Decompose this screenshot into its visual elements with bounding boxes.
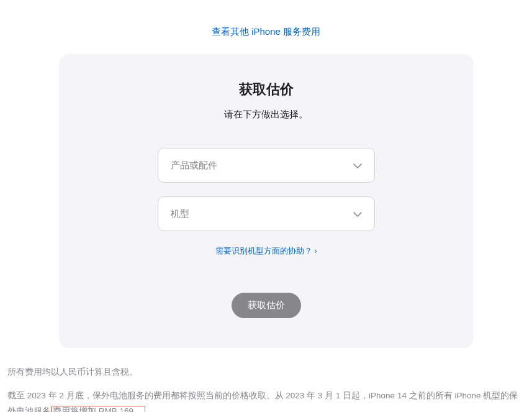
model-select-wrapper: 机型 (158, 196, 375, 231)
view-other-services-link[interactable]: 查看其他 iPhone 服务费用 (212, 26, 320, 37)
estimate-card: 获取估价 请在下方做出选择。 产品或配件 机型 需要识别机型方面的协助？› 获取 (59, 54, 474, 348)
product-select[interactable]: 产品或配件 (158, 148, 375, 183)
top-link-container: 查看其他 iPhone 服务费用 (0, 0, 532, 54)
price-increase-highlight: 费用将增加 RMB 169。 (51, 406, 145, 412)
chevron-down-icon (353, 208, 362, 219)
footer-line-1: 所有费用均以人民币计算且含税。 (7, 364, 525, 380)
card-title: 获取估价 (78, 80, 455, 99)
product-select-wrapper: 产品或配件 (158, 148, 375, 183)
get-estimate-button[interactable]: 获取估价 (232, 293, 301, 318)
help-link-container: 需要识别机型方面的协助？› (78, 245, 455, 257)
product-select-placeholder: 产品或配件 (171, 160, 217, 172)
identify-model-help-link[interactable]: 需要识别机型方面的协助？› (215, 246, 317, 255)
chevron-down-icon (353, 160, 362, 171)
card-subtitle: 请在下方做出选择。 (78, 109, 455, 121)
help-link-label: 需要识别机型方面的协助？ (215, 246, 312, 255)
model-select[interactable]: 机型 (158, 196, 375, 231)
footer-line-2: 截至 2023 年 2 月底，保外电池服务的费用都将按照当前的价格收取。从 20… (7, 388, 525, 412)
model-select-placeholder: 机型 (171, 208, 189, 220)
chevron-right-icon: › (315, 247, 317, 255)
footer-text: 所有费用均以人民币计算且含税。 截至 2023 年 2 月底，保外电池服务的费用… (0, 348, 532, 412)
